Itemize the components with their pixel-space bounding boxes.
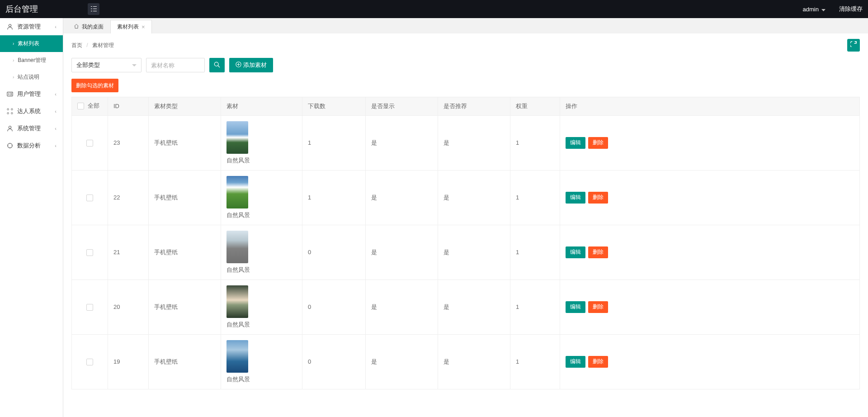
cell-type: 手机壁纸 [149, 170, 221, 225]
sidebar-item-data-analysis[interactable]: 数据分析‹ [0, 137, 63, 154]
cell-recommended: 是 [438, 280, 510, 334]
delete-button[interactable]: 删除 [588, 301, 608, 313]
sidebar-subitem-site-desc[interactable]: ›站点说明 [0, 69, 63, 85]
app-logo: 后台管理 [5, 4, 38, 14]
cell-downloads: 1 [302, 115, 366, 170]
sidebar-subitem-material-list[interactable]: ›素材列表 [0, 35, 63, 52]
app-header: 后台管理 admin 清除缓存 [0, 0, 868, 18]
tab-bar: 我的桌面素材列表× [63, 18, 868, 33]
cell-visible: 是 [366, 170, 438, 225]
col-header-actions: 操作 [560, 97, 860, 116]
search-icon [214, 62, 220, 69]
delete-button[interactable]: 删除 [588, 356, 608, 368]
cell-weight: 1 [510, 334, 560, 389]
sidebar-item-label: 用户管理 [17, 90, 41, 98]
row-checkbox[interactable] [86, 359, 93, 365]
edit-button[interactable]: 编辑 [566, 137, 585, 149]
cell-downloads: 1 [302, 170, 366, 225]
badge-icon [6, 91, 14, 97]
cell-type: 手机壁纸 [149, 115, 221, 170]
material-thumbnail[interactable] [226, 121, 248, 154]
select-all-checkbox[interactable] [77, 103, 84, 109]
search-input[interactable] [146, 58, 205, 72]
material-title: 自然风景 [226, 211, 297, 219]
svg-point-7 [9, 126, 11, 128]
cell-id: 21 [108, 225, 149, 280]
svg-point-6 [11, 113, 13, 114]
main-area: 我的桌面素材列表× 首页 / 素材管理 全部类型 [63, 18, 868, 417]
cell-visible: 是 [366, 280, 438, 334]
user-menu[interactable]: admin [803, 6, 826, 13]
delete-selected-button[interactable]: 删除勾选的素材 [71, 79, 118, 92]
chevron-left-icon: ‹ [55, 126, 57, 131]
material-table: 全部 ID 素材类型 素材 下载数 是否显示 是否推荐 权重 操作 23手机壁纸… [71, 97, 860, 389]
sidebar-toggle-button[interactable] [88, 3, 99, 15]
sidebar-item-user-mgmt[interactable]: 用户管理‹ [0, 85, 63, 103]
add-material-button[interactable]: 添加素材 [229, 58, 273, 72]
grid-icon [6, 108, 14, 114]
cell-id: 22 [108, 170, 149, 225]
chevron-right-icon: › [13, 41, 14, 46]
delete-button[interactable]: 删除 [588, 137, 608, 149]
sidebar-item-label: 系统管理 [17, 124, 41, 133]
tab-desktop[interactable]: 我的桌面 [67, 20, 110, 33]
menu-icon [91, 6, 97, 13]
refresh-button[interactable] [847, 39, 860, 52]
cell-downloads: 0 [302, 225, 366, 280]
material-title: 自然风景 [226, 266, 297, 274]
search-button[interactable] [209, 58, 225, 72]
type-select[interactable]: 全部类型 [71, 58, 142, 72]
chevron-right-icon: › [13, 75, 14, 80]
sidebar-item-master-sys[interactable]: 达人系统‹ [0, 103, 63, 120]
material-thumbnail[interactable] [226, 285, 248, 318]
row-checkbox[interactable] [86, 249, 93, 256]
col-header-type: 素材类型 [149, 97, 221, 116]
row-checkbox[interactable] [86, 140, 93, 147]
plus-icon [236, 62, 241, 69]
material-thumbnail[interactable] [226, 231, 248, 263]
row-checkbox[interactable] [86, 194, 93, 201]
table-row: 19手机壁纸自然风景0是是1编辑删除 [72, 334, 860, 389]
table-row: 20手机壁纸自然风景0是是1编辑删除 [72, 280, 860, 334]
chevron-left-icon: ‹ [55, 143, 57, 148]
cell-type: 手机壁纸 [149, 334, 221, 389]
cell-type: 手机壁纸 [149, 225, 221, 280]
row-checkbox[interactable] [86, 304, 93, 311]
edit-button[interactable]: 编辑 [566, 246, 585, 258]
material-thumbnail[interactable] [226, 340, 248, 373]
tab-material-list[interactable]: 素材列表× [110, 20, 152, 33]
select-all-label: 全部 [88, 102, 99, 110]
edit-button[interactable]: 编辑 [566, 356, 585, 368]
cell-id: 23 [108, 115, 149, 170]
cell-downloads: 0 [302, 334, 366, 389]
cell-visible: 是 [366, 334, 438, 389]
sidebar-subitem-banner-mgmt[interactable]: ›Banner管理 [0, 52, 63, 69]
tab-label: 素材列表 [117, 23, 139, 31]
col-header-weight: 权重 [510, 97, 560, 116]
breadcrumb-item[interactable]: 首页 [71, 42, 82, 48]
sidebar-item-sys-mgmt[interactable]: 系统管理‹ [0, 120, 63, 137]
cell-downloads: 0 [302, 280, 366, 334]
chevron-down-icon [821, 6, 826, 13]
clear-cache-button[interactable]: 清除缓存 [839, 5, 863, 13]
sidebar-item-resource[interactable]: 资源管理‹ [0, 18, 63, 35]
cell-weight: 1 [510, 225, 560, 280]
user-name: admin [803, 6, 819, 13]
chevron-right-icon: › [13, 58, 14, 63]
edit-button[interactable]: 编辑 [566, 192, 585, 204]
edit-button[interactable]: 编辑 [566, 301, 585, 313]
close-icon[interactable]: × [142, 24, 145, 30]
cell-recommended: 是 [438, 115, 510, 170]
chevron-left-icon: ‹ [55, 24, 57, 29]
delete-button[interactable]: 删除 [588, 192, 608, 204]
tab-label: 我的桌面 [82, 23, 104, 31]
col-header-downloads: 下载数 [302, 97, 366, 116]
table-row: 23手机壁纸自然风景1是是1编辑删除 [72, 115, 860, 170]
table-row: 22手机壁纸自然风景1是是1编辑删除 [72, 170, 860, 225]
sidebar: 资源管理‹›素材列表›Banner管理›站点说明用户管理‹达人系统‹系统管理‹数… [0, 18, 63, 417]
home-icon [74, 24, 79, 30]
user-icon [6, 24, 14, 30]
delete-button[interactable]: 删除 [588, 246, 608, 258]
sidebar-subitem-label: 素材列表 [18, 40, 39, 47]
material-thumbnail[interactable] [226, 176, 248, 208]
